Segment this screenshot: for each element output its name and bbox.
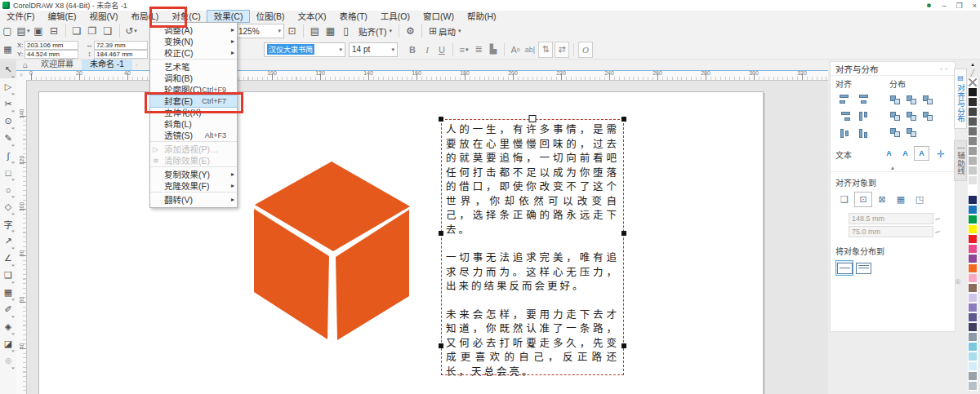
options-gear-icon[interactable]: ⚙ — [403, 24, 417, 38]
color-swatch[interactable] — [968, 283, 978, 293]
menu-item-clear-effect[interactable]: ≋ 清除效果(E) — [150, 155, 237, 167]
menu-item-bevel[interactable]: 斜角(L) — [150, 118, 237, 130]
minimize-button[interactable]: – — [942, 2, 947, 10]
bold-button[interactable]: B — [406, 42, 419, 57]
distribute-center-h-button[interactable] — [903, 93, 919, 108]
selection-handle[interactable] — [439, 343, 443, 348]
color-swatch[interactable] — [968, 234, 978, 244]
bspline-tool[interactable]: ∫ — [0, 147, 16, 164]
color-swatch[interactable] — [968, 97, 978, 107]
toolbar-icon[interactable]: ↺▾ — [124, 24, 138, 38]
drop-shadow-tool[interactable]: ❏ — [0, 267, 16, 284]
restore-button[interactable]: ❐ — [956, 2, 963, 10]
align-left-button[interactable] — [835, 91, 853, 107]
toolbar-icon[interactable]: ❐ — [86, 24, 100, 38]
character-formatting-button[interactable]: Ao — [509, 42, 522, 57]
distribute-left-button[interactable] — [887, 93, 902, 108]
outline-button[interactable]: O — [578, 42, 593, 58]
color-swatch[interactable] — [968, 312, 978, 322]
align-center-horizontal-button[interactable] — [854, 91, 872, 107]
pick-tool[interactable]: ↖ — [0, 61, 16, 78]
menu-item-lens[interactable]: 透镜(S) Alt+F3 — [150, 130, 237, 142]
interactive-fill-tool[interactable]: ◈ — [0, 318, 16, 335]
spinner-icon[interactable]: ▴▾ — [935, 217, 940, 221]
text-alignment-button[interactable]: ≡▾ — [457, 42, 470, 57]
distribute-center-v-button[interactable] — [920, 109, 935, 124]
docker-tab-align-distribute[interactable]: ▤ 对齐与分布 — [954, 69, 967, 129]
menu-item-artistic-media[interactable]: 艺术笔 — [150, 61, 237, 73]
menu-bar-item[interactable]: 文件(F) — [0, 11, 41, 22]
selection-handle[interactable] — [621, 343, 626, 348]
vertical-ruler[interactable]: 140120100806040 — [16, 80, 27, 394]
close-button[interactable]: × — [973, 2, 977, 10]
color-swatch[interactable] — [968, 205, 978, 215]
menu-item-copy-effect[interactable]: 复制效果(Y) ▸ — [150, 169, 237, 180]
color-swatch[interactable] — [968, 87, 978, 97]
text-align-first-line-button[interactable]: A — [881, 146, 897, 161]
menu-item-extrude[interactable]: 立体化(X) — [150, 107, 237, 118]
snap-to-dropdown[interactable]: 贴齐(T)▾ — [354, 24, 394, 38]
tab-welcome-screen[interactable]: 欢迎屏幕 — [33, 59, 82, 70]
toolbar-icon[interactable]: ⊟ — [47, 24, 61, 38]
specify-point-crosshair-icon[interactable]: ✛ — [937, 148, 945, 160]
menu-item-adjust[interactable]: 调整(A) ▸ — [150, 24, 237, 36]
menu-item-rollover[interactable]: 翻转(V) ▸ — [150, 194, 237, 206]
home-icon[interactable]: ⌂ — [23, 60, 28, 69]
menu-bar-item[interactable]: 表格(T) — [332, 11, 373, 22]
font-list-combo[interactable]: 汉仪大隶书简▾ — [264, 42, 345, 57]
align-to-specified-point-button[interactable]: ◳ — [911, 192, 929, 207]
color-swatch[interactable] — [968, 322, 978, 332]
color-swatch[interactable] — [968, 195, 978, 205]
text-orientation-horizontal-button[interactable]: ⇄ — [555, 42, 569, 58]
color-swatch[interactable] — [968, 303, 978, 312]
object-y-input[interactable]: 44.524 mm — [24, 50, 78, 59]
color-swatch[interactable] — [968, 332, 978, 342]
menu-item-envelope[interactable]: 封套(E) Ctrl+F7 — [150, 95, 237, 107]
transparency-tool[interactable]: ▦ — [0, 284, 16, 301]
palette-pen-icon[interactable]: ╱ — [971, 69, 975, 77]
align-point-y-input[interactable]: 75.0 mm — [849, 226, 933, 237]
ellipse-tool[interactable]: ○ — [0, 181, 16, 198]
menu-item-clone-effect[interactable]: 克隆效果(F) ▸ — [150, 180, 237, 193]
menu-bar-item[interactable]: 工具(O) — [374, 11, 416, 22]
more-tools-button[interactable]: ⊕ — [0, 352, 16, 370]
align-center-vertical-button[interactable] — [835, 126, 853, 141]
selection-handle[interactable] — [439, 117, 443, 122]
color-swatch[interactable] — [968, 381, 978, 391]
launch-dropdown[interactable]: ⊞ 启动▾ — [426, 24, 464, 38]
object-x-input[interactable]: 203.106 mm — [24, 41, 78, 50]
dimension-tool[interactable]: ↗ — [0, 232, 16, 250]
spinner-icon[interactable]: ▴▾ — [935, 230, 940, 234]
zoom-tool[interactable]: ⊙ — [0, 113, 16, 130]
color-swatch[interactable] — [968, 175, 978, 185]
align-top-button[interactable] — [854, 108, 872, 124]
color-swatch[interactable] — [968, 224, 978, 234]
align-to-page-center-button[interactable]: ⊠ — [873, 192, 891, 207]
bulleted-list-button[interactable]: ≣ — [472, 42, 485, 57]
toolbar-icon[interactable]: ▣ — [32, 24, 46, 38]
menu-bar-item[interactable]: 编辑(E) — [41, 11, 82, 22]
distribute-to-selection-button[interactable] — [835, 260, 853, 276]
toolbar-icon[interactable]: ❑ — [101, 24, 115, 38]
color-swatch[interactable] — [968, 244, 978, 254]
menu-bar-item[interactable]: 布局(L) — [124, 11, 165, 22]
toolbar-icon[interactable]: ▢ — [1, 24, 15, 38]
docker-collapse-arrow[interactable]: ▲ — [831, 164, 955, 172]
no-color-swatch[interactable] — [968, 77, 978, 87]
menu-bar-item[interactable]: 效果(C) — [207, 11, 250, 22]
tab-untitled-document[interactable]: 未命名 -1 — [82, 59, 132, 70]
docker-window-buttons[interactable]: ▫▫ — [940, 65, 950, 73]
underline-button[interactable]: U — [435, 42, 448, 57]
align-bottom-button[interactable] — [854, 126, 872, 141]
color-swatch[interactable] — [968, 136, 978, 146]
menu-bar-item[interactable]: 视图(V) — [82, 11, 124, 22]
drawing-canvas[interactable]: 人的一生，有许多事情，是需要放在心里慢慢回味的，过去的就莫要追悔，一切向前看吧任… — [26, 80, 828, 394]
color-swatch[interactable] — [968, 361, 978, 371]
account-icon[interactable]: ☻ — [925, 2, 932, 9]
color-swatch[interactable] — [968, 166, 978, 175]
color-swatch[interactable] — [968, 342, 978, 352]
paragraph-text-frame[interactable]: 人的一生，有许多事情，是需要放在心里慢慢回味的，过去的就莫要追悔，一切向前看吧任… — [441, 119, 624, 375]
color-swatch[interactable] — [968, 185, 978, 195]
toolbar-icon[interactable]: ❏ — [70, 24, 84, 38]
toolbar-icon[interactable]: ⊡ — [285, 24, 299, 38]
